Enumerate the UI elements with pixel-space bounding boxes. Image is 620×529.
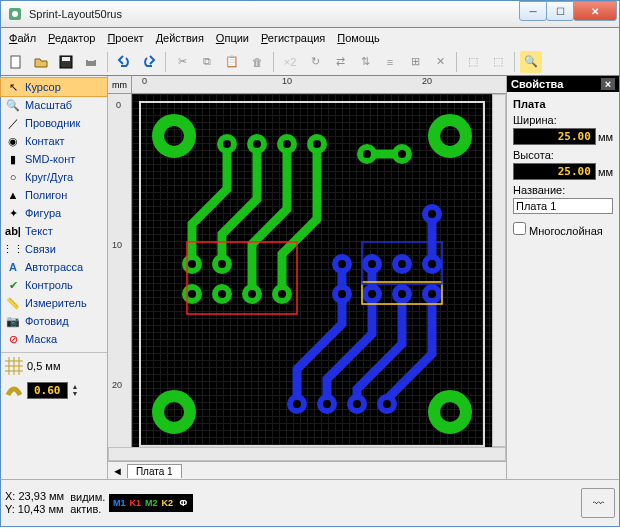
menu-file[interactable]: Файл xyxy=(5,30,40,46)
tool-label: Проводник xyxy=(25,117,80,129)
menu-help[interactable]: Помощь xyxy=(333,30,384,46)
unit: мм xyxy=(598,131,613,143)
new-button[interactable] xyxy=(5,51,27,73)
tool-autoroute[interactable]: AАвтотрасса xyxy=(1,258,107,276)
camera-icon: 📷 xyxy=(5,313,21,329)
tab-nav-left[interactable]: ◄ xyxy=(112,465,123,477)
remove-conn-button[interactable]: ✕ xyxy=(429,51,451,73)
undo-button[interactable] xyxy=(113,51,135,73)
svg-point-29 xyxy=(218,260,226,268)
cursor-icon: ↖ xyxy=(5,79,21,95)
menu-actions[interactable]: Действия xyxy=(152,30,208,46)
menu-options[interactable]: Опции xyxy=(212,30,253,46)
tool-drc[interactable]: ✔Контроль xyxy=(1,276,107,294)
tool-connections[interactable]: ⋮⋮Связи xyxy=(1,240,107,258)
maximize-button[interactable]: ☐ xyxy=(546,1,574,21)
snap-button[interactable]: ⊞ xyxy=(404,51,426,73)
duplicate-button[interactable]: ×2 xyxy=(279,51,301,73)
delete-button[interactable]: 🗑 xyxy=(246,51,268,73)
svg-point-28 xyxy=(188,260,196,268)
tool-cursor[interactable]: ↖Курсор xyxy=(1,78,107,96)
copy-button[interactable]: ⧉ xyxy=(196,51,218,73)
align-button[interactable]: ≡ xyxy=(379,51,401,73)
menu-register[interactable]: Регистрация xyxy=(257,30,329,46)
vertical-ruler: 0 10 20 xyxy=(108,94,132,447)
board-tab[interactable]: Плата 1 xyxy=(127,464,182,478)
tool-smd[interactable]: ▮SMD-конт xyxy=(1,150,107,168)
ungroup-button[interactable]: ⬚ xyxy=(487,51,509,73)
tool-pad[interactable]: ◉Контакт xyxy=(1,132,107,150)
ground-plane-button[interactable]: 〰 xyxy=(581,488,615,518)
cut-button[interactable]: ✂ xyxy=(171,51,193,73)
visible-label: видим. xyxy=(70,491,105,503)
svg-point-51 xyxy=(398,260,406,268)
grid-setting[interactable]: 0,5 мм xyxy=(1,352,107,379)
svg-point-49 xyxy=(338,260,346,268)
width-label: Ширина: xyxy=(513,114,613,126)
tool-shape[interactable]: ✦Фигура xyxy=(1,204,107,222)
horizontal-scrollbar[interactable] xyxy=(108,447,506,461)
tool-label: Фигура xyxy=(25,207,61,219)
multilayer-checkbox[interactable] xyxy=(513,222,526,235)
track-width[interactable]: 0.60 ▲▼ xyxy=(1,379,107,401)
board-name-input[interactable] xyxy=(513,198,613,214)
zoom-tool-button[interactable]: 🔍 xyxy=(520,51,542,73)
svg-point-60 xyxy=(383,400,391,408)
main-toolbar: ✂ ⧉ 📋 🗑 ×2 ↻ ⇄ ⇅ ≡ ⊞ ✕ ⬚ ⬚ 🔍 xyxy=(0,48,620,76)
tool-mask[interactable]: ⊘Маска xyxy=(1,330,107,348)
print-button[interactable] xyxy=(80,51,102,73)
redo-button[interactable] xyxy=(138,51,160,73)
tool-label: Автотрасса xyxy=(25,261,83,273)
svg-point-58 xyxy=(323,400,331,408)
vertical-scrollbar[interactable] xyxy=(492,94,506,447)
minimize-button[interactable]: ─ xyxy=(519,1,547,21)
width-value[interactable]: 25.00 xyxy=(513,128,596,145)
svg-point-57 xyxy=(293,400,301,408)
unit: мм xyxy=(598,166,613,178)
menu-project[interactable]: Проект xyxy=(103,30,147,46)
spinner[interactable]: ▲▼ xyxy=(72,383,79,397)
ruler-icon: 📏 xyxy=(5,295,21,311)
active-label: актив. xyxy=(70,503,105,515)
group-button[interactable]: ⬚ xyxy=(462,51,484,73)
app-icon xyxy=(7,6,23,22)
svg-rect-7 xyxy=(140,102,484,446)
trackwidth-icon xyxy=(5,381,23,399)
svg-rect-6 xyxy=(88,56,94,61)
save-button[interactable] xyxy=(55,51,77,73)
tool-photoview[interactable]: 📷Фотовид xyxy=(1,312,107,330)
pcb-canvas[interactable] xyxy=(132,94,492,447)
tool-circle[interactable]: ○Круг/Дуга xyxy=(1,168,107,186)
window-title: Sprint-Layout50rus xyxy=(29,8,520,20)
rotate-button[interactable]: ↻ xyxy=(304,51,326,73)
properties-close[interactable]: × xyxy=(601,78,615,90)
tool-text[interactable]: ab|Текст xyxy=(1,222,107,240)
svg-point-8 xyxy=(158,120,190,152)
svg-point-33 xyxy=(278,290,286,298)
tool-label: Контакт xyxy=(25,135,65,147)
layer-selector[interactable]: M1 K1 M2 K2 Ф xyxy=(109,494,193,512)
tool-measure[interactable]: 📏Измеритель xyxy=(1,294,107,312)
mirror-v-button[interactable]: ⇅ xyxy=(354,51,376,73)
open-button[interactable] xyxy=(30,51,52,73)
mirror-h-button[interactable]: ⇄ xyxy=(329,51,351,73)
tool-label: Контроль xyxy=(25,279,73,291)
canvas-area: mm 0 10 20 0 10 20 xyxy=(108,76,506,479)
cursor-coords: X: 23,93 мм Y: 10,43 мм xyxy=(5,490,64,516)
tool-zoom[interactable]: 🔍Масштаб xyxy=(1,96,107,114)
svg-point-55 xyxy=(398,290,406,298)
track-width-value: 0.60 xyxy=(27,382,68,399)
paste-button[interactable]: 📋 xyxy=(221,51,243,73)
tool-polygon[interactable]: ▲Полигон xyxy=(1,186,107,204)
grid-icon xyxy=(5,357,23,375)
height-value[interactable]: 25.00 xyxy=(513,163,596,180)
svg-rect-2 xyxy=(11,56,20,68)
svg-point-9 xyxy=(434,120,466,152)
tool-track[interactable]: ／Проводник xyxy=(1,114,107,132)
close-button[interactable]: ✕ xyxy=(573,1,617,21)
svg-point-50 xyxy=(368,260,376,268)
menu-edit[interactable]: Редактор xyxy=(44,30,99,46)
svg-point-53 xyxy=(338,290,346,298)
tool-label: Круг/Дуга xyxy=(25,171,73,183)
titlebar: Sprint-Layout50rus ─ ☐ ✕ xyxy=(0,0,620,28)
